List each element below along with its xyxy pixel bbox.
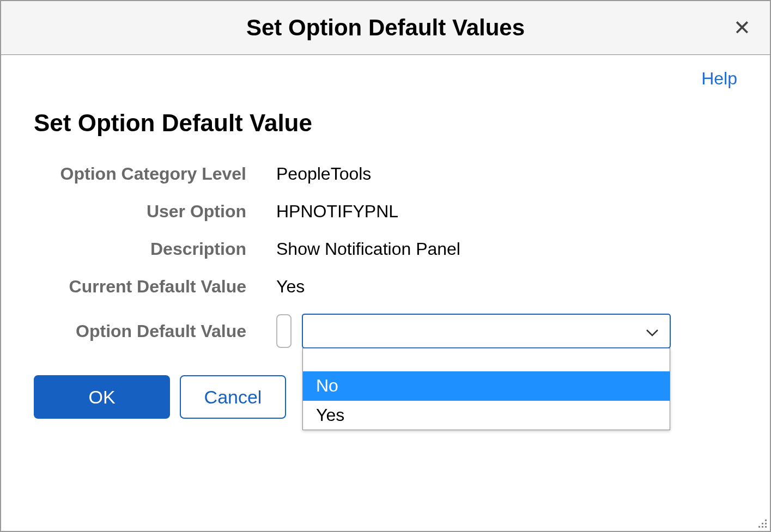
cancel-button[interactable]: Cancel — [180, 375, 286, 419]
dialog-header: Set Option Default Values ✕ — [1, 1, 770, 55]
row-current-default-value: Current Default Value Yes — [34, 277, 737, 297]
row-description: Description Show Notification Panel — [34, 239, 737, 259]
ok-button[interactable]: OK — [34, 375, 170, 419]
row-user-option: User Option HPNOTIFYPNL — [34, 201, 737, 222]
label-option-category-level: Option Category Level — [34, 164, 276, 184]
dropdown-option-yes[interactable]: Yes — [303, 401, 670, 430]
page-title: Set Option Default Value — [34, 109, 737, 137]
row-option-default-value: Option Default Value No Yes — [34, 314, 737, 348]
value-description: Show Notification Panel — [276, 239, 460, 259]
help-link[interactable]: Help — [701, 69, 737, 89]
dialog-title: Set Option Default Values — [246, 15, 525, 41]
row-option-category-level: Option Category Level PeopleTools — [34, 164, 737, 184]
chevron-down-icon — [646, 322, 659, 340]
value-current-default-value: Yes — [276, 277, 305, 297]
dropdown-option-blank[interactable] — [303, 348, 670, 371]
dialog-content: Help Set Option Default Value Option Cat… — [1, 55, 770, 441]
label-current-default-value: Current Default Value — [34, 277, 276, 297]
label-option-default-value: Option Default Value — [34, 321, 276, 341]
field-indicator — [276, 314, 292, 348]
close-icon[interactable]: ✕ — [733, 17, 751, 38]
resize-grip-icon[interactable] — [756, 517, 767, 528]
value-user-option: HPNOTIFYPNL — [276, 201, 398, 222]
label-description: Description — [34, 239, 276, 259]
dropdown-list: No Yes — [302, 348, 670, 430]
option-default-value-select[interactable] — [302, 314, 670, 348]
dropdown-container: No Yes — [302, 314, 670, 348]
value-option-category-level: PeopleTools — [276, 164, 371, 184]
dropdown-option-no[interactable]: No — [303, 371, 670, 401]
label-user-option: User Option — [34, 201, 276, 222]
